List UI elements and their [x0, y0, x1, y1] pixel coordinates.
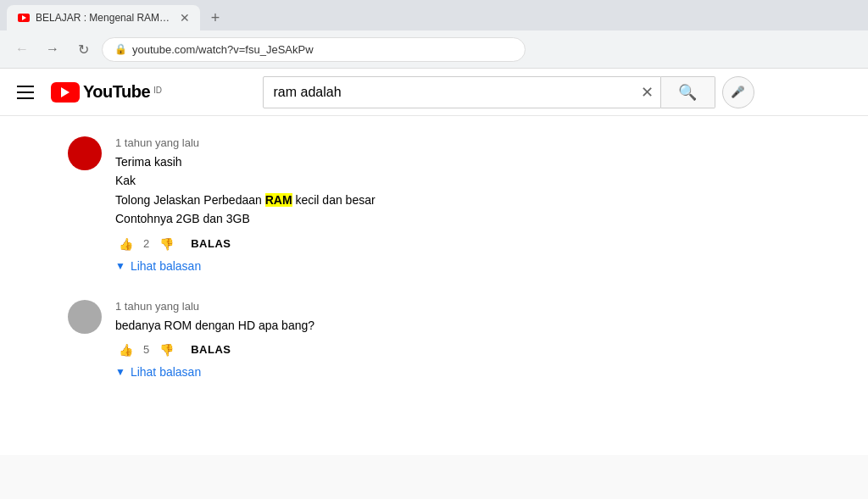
comment-body: 1 tahun yang lalu Terima kasih Kak Tolon…: [115, 136, 800, 273]
dislike-button[interactable]: 👎: [156, 341, 177, 358]
youtube-header: YouTube ID ✕ 🔍 🎤: [0, 69, 868, 116]
search-icon: 🔍: [678, 83, 697, 102]
url-bar[interactable]: 🔒 youtube.com/watch?v=fsu_JeSAkPw: [102, 37, 526, 62]
lock-icon: 🔒: [114, 43, 127, 55]
view-replies-label: Lihat balasan: [131, 365, 201, 379]
comment-body: 1 tahun yang lalu bedanya ROM dengan HD …: [115, 300, 800, 379]
thumbs-down-icon: 👎: [159, 343, 174, 357]
reply-button[interactable]: BALAS: [184, 341, 237, 358]
url-text: youtube.com/watch?v=fsu_JeSAkPw: [132, 43, 314, 56]
tab-close-button[interactable]: ✕: [180, 11, 190, 25]
comment-timestamp: 1 tahun yang lalu: [115, 136, 800, 149]
like-button[interactable]: 👍: [115, 341, 136, 358]
chevron-down-icon: ▼: [115, 260, 125, 272]
comment-timestamp: 1 tahun yang lalu: [115, 300, 800, 313]
header-left: YouTube ID: [14, 82, 162, 103]
active-tab[interactable]: BELAJAR : Mengenal RAM dan R ✕: [7, 5, 200, 30]
youtube-logo-text: YouTube: [83, 82, 150, 102]
reply-button[interactable]: BALAS: [184, 236, 237, 252]
youtube-logo[interactable]: YouTube ID: [51, 82, 162, 103]
like-count: 5: [143, 343, 149, 356]
tab-bar: BELAJAR : Mengenal RAM dan R ✕ +: [0, 0, 868, 30]
search-clear-button[interactable]: ✕: [634, 83, 660, 102]
comment-text: Terima kasih Kak Tolong Jelaskan Perbeda…: [115, 152, 800, 229]
back-button[interactable]: ←: [10, 37, 34, 61]
thumbs-up-icon: 👍: [119, 343, 133, 357]
search-bar: ✕: [263, 76, 661, 108]
tab-favicon: [17, 11, 31, 25]
highlighted-ram: RAM: [265, 193, 292, 207]
avatar: [68, 136, 102, 170]
main-content: 1 tahun yang lalu Terima kasih Kak Tolon…: [0, 116, 868, 455]
comment-actions: 👍 2 👎 BALAS: [115, 236, 800, 252]
tab-title: BELAJAR : Mengenal RAM dan R: [36, 12, 171, 24]
search-submit-button[interactable]: 🔍: [661, 76, 715, 108]
browser-chrome: BELAJAR : Mengenal RAM dan R ✕ + ← → ↻ 🔒…: [0, 0, 868, 69]
reload-button[interactable]: ↻: [71, 37, 95, 61]
like-count: 2: [143, 237, 149, 250]
youtube-favicon-icon: [18, 14, 30, 22]
thumbs-down-icon: 👎: [159, 237, 174, 251]
like-button[interactable]: 👍: [115, 236, 136, 252]
view-replies-label: Lihat balasan: [131, 259, 201, 273]
comment-item: 1 tahun yang lalu bedanya ROM dengan HD …: [68, 300, 800, 379]
comment-actions: 👍 5 👎 BALAS: [115, 341, 800, 358]
dislike-button[interactable]: 👎: [156, 236, 177, 252]
voice-search-button[interactable]: 🎤: [722, 76, 754, 108]
comment-item: 1 tahun yang lalu Terima kasih Kak Tolon…: [68, 136, 800, 273]
comment-text: bedanya ROM dengan HD apa bang?: [115, 316, 800, 335]
chevron-down-icon: ▼: [115, 366, 125, 378]
view-replies-button[interactable]: ▼ Lihat balasan: [115, 259, 201, 273]
view-replies-button[interactable]: ▼ Lihat balasan: [115, 365, 201, 379]
mic-icon: 🎤: [731, 86, 745, 98]
forward-button[interactable]: →: [41, 37, 64, 61]
youtube-country-label: ID: [153, 86, 162, 95]
new-tab-button[interactable]: +: [203, 6, 227, 30]
hamburger-line: [17, 91, 34, 93]
address-bar: ← → ↻ 🔒 youtube.com/watch?v=fsu_JeSAkPw: [0, 30, 868, 68]
avatar: [68, 300, 102, 334]
search-container: ✕ 🔍 🎤: [263, 76, 754, 108]
hamburger-menu-button[interactable]: [14, 82, 37, 103]
search-input[interactable]: [264, 85, 634, 100]
hamburger-line: [17, 86, 34, 87]
youtube-logo-icon: [51, 82, 80, 103]
hamburger-line: [17, 97, 34, 99]
thumbs-up-icon: 👍: [119, 237, 133, 251]
